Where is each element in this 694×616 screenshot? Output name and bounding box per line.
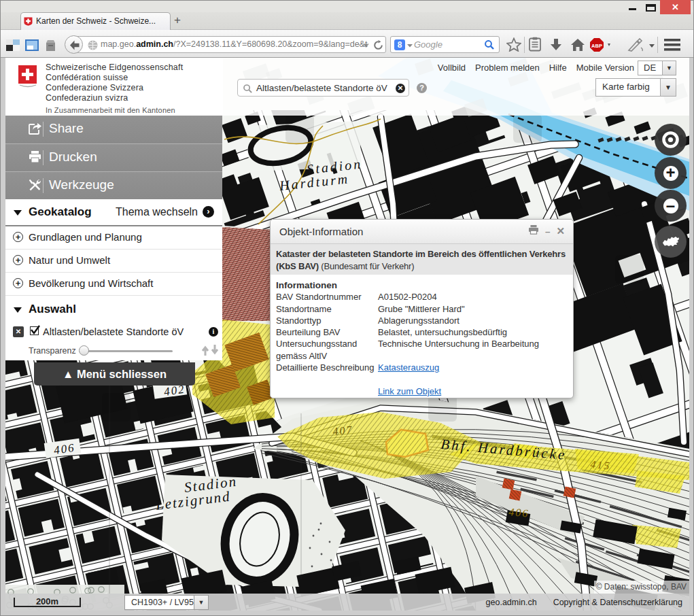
svg-text:ABP: ABP [591,43,602,49]
svg-text:407: 407 [332,424,354,437]
svg-text:406: 406 [508,506,530,519]
svg-text:415: 415 [590,458,611,472]
